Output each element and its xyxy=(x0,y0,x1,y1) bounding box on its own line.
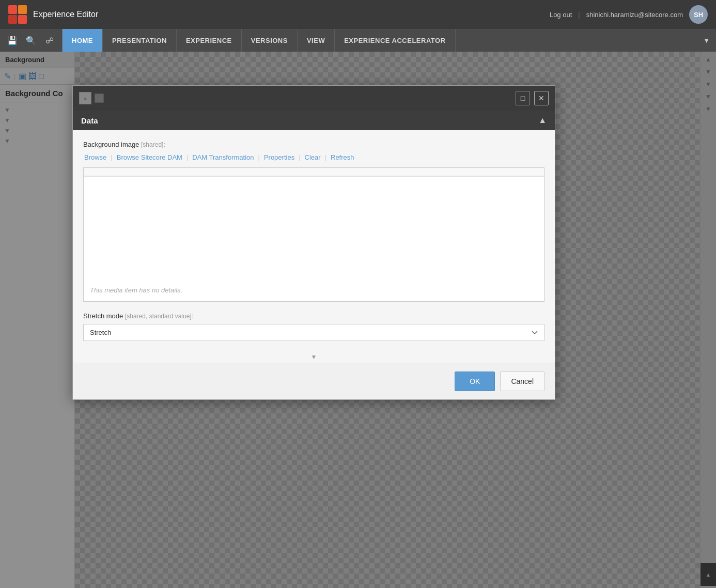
modal-body: Background image [shared]: Browse | Brow… xyxy=(73,130,555,351)
tab-home[interactable]: HOME xyxy=(63,29,103,52)
browse-sitecore-dam-link[interactable]: Browse Sitecore DAM xyxy=(116,153,183,161)
user-email: shinichi.haramizu@sitecore.com xyxy=(586,11,683,19)
shared-tag: [shared]: xyxy=(141,141,165,148)
field-links: Browse | Browse Sitecore DAM | DAM Trans… xyxy=(83,153,544,161)
logout-button[interactable]: Log out xyxy=(550,11,572,19)
nav-more-chevron[interactable]: ▼ xyxy=(697,29,716,52)
save-icon-btn[interactable]: 💾 xyxy=(4,32,21,49)
modal-scroll-square-btn[interactable] xyxy=(95,94,104,103)
properties-link[interactable]: Properties xyxy=(263,153,295,161)
modal-section-collapse-icon[interactable]: ▲ xyxy=(538,116,547,125)
image-preview-inner: This media item has no details. xyxy=(84,176,544,300)
background-image-label: Background image [shared]: xyxy=(83,141,544,148)
top-bar-right: Log out | shinichi.haramizu@sitecore.com… xyxy=(550,5,708,24)
tab-experience[interactable]: EXPERIENCE xyxy=(177,29,242,52)
tab-versions[interactable]: VERSIONS xyxy=(242,29,298,52)
stretch-mode-select[interactable]: Stretch Fit Fill None xyxy=(83,324,544,341)
app-title: Experience Editor xyxy=(33,10,543,19)
modal-section-title: Data xyxy=(81,116,98,125)
stretch-mode-label: Stretch mode [shared, standard value]: xyxy=(83,312,544,320)
dam-transformation-link[interactable]: DAM Transformation xyxy=(191,153,255,161)
image-preview-box: This media item has no details. xyxy=(83,167,544,302)
image-preview-text: This media item has no details. xyxy=(90,286,182,294)
modal-maximize-btn[interactable]: □ xyxy=(516,91,530,105)
search-icon-btn[interactable]: 🔍 xyxy=(23,32,39,49)
topbar-separator: | xyxy=(578,11,580,19)
modal-section-header: Data ▲ xyxy=(73,111,555,130)
modal-scroll-up-btn[interactable]: ▲ xyxy=(79,92,91,104)
stretch-shared-tag: [shared, standard value]: xyxy=(125,313,193,320)
nav-tabs: HOME PRESENTATION EXPERIENCE VERSIONS VI… xyxy=(63,29,456,52)
share-icon-btn[interactable]: ☍ xyxy=(41,32,58,49)
tab-view[interactable]: VIEW xyxy=(298,29,335,52)
refresh-link[interactable]: Refresh xyxy=(330,153,355,161)
nav-bar: 💾 🔍 ☍ HOME PRESENTATION EXPERIENCE VERSI… xyxy=(0,29,716,52)
modal-body-scroll-down[interactable]: ▼ xyxy=(311,353,317,361)
nav-quick-icons: 💾 🔍 ☍ xyxy=(0,29,63,52)
modal-titlebar: ▲ □ ✕ xyxy=(73,86,555,111)
ok-button[interactable]: OK xyxy=(455,372,495,391)
top-bar: Experience Editor Log out | shinichi.har… xyxy=(0,0,716,29)
modal-close-btn[interactable]: ✕ xyxy=(534,91,549,105)
app-logo xyxy=(8,5,27,24)
tab-presentation[interactable]: PRESENTATION xyxy=(103,29,177,52)
browse-link[interactable]: Browse xyxy=(83,153,107,161)
tab-experience-accelerator[interactable]: EXPERIENCE ACCELERATOR xyxy=(335,29,455,52)
avatar: SH xyxy=(689,5,708,24)
modal-dialog: ▲ □ ✕ Data ▲ Background image [shared]: … xyxy=(72,85,555,400)
cancel-button[interactable]: Cancel xyxy=(500,372,544,391)
modal-footer: OK Cancel xyxy=(73,363,555,399)
clear-link[interactable]: Clear xyxy=(304,153,322,161)
